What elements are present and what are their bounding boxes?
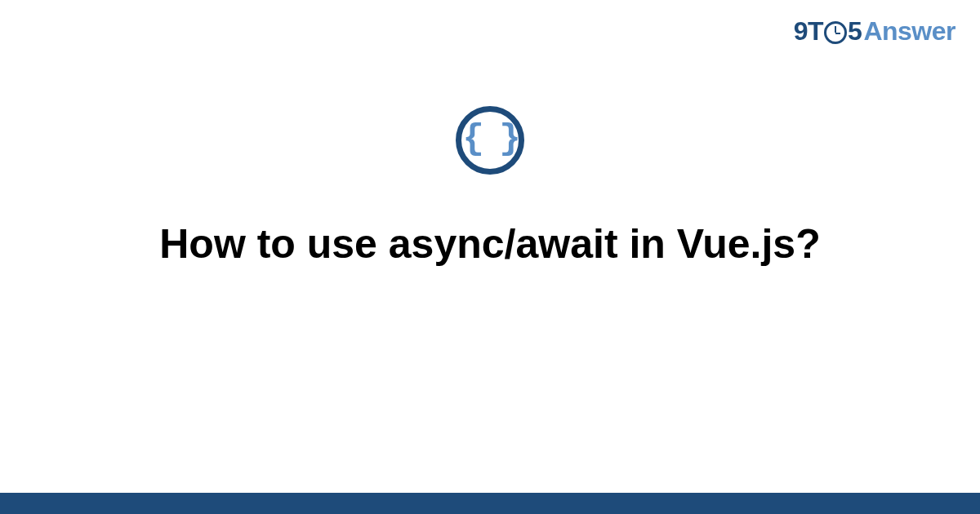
question-title: How to use async/await in Vue.js? [127,219,853,268]
logo-text-5: 5 [848,16,862,47]
site-logo[interactable]: 9T 5 Answer [794,16,956,47]
header: 9T 5 Answer [794,16,956,47]
category-badge: { } [456,106,524,175]
code-braces-icon: { } [462,121,517,157]
logo-text-answer: Answer [863,16,956,47]
main-content: { } How to use async/await in Vue.js? [0,106,980,268]
logo-text-9t: 9T [794,16,823,47]
footer-bar [0,493,980,514]
clock-icon [824,21,847,44]
